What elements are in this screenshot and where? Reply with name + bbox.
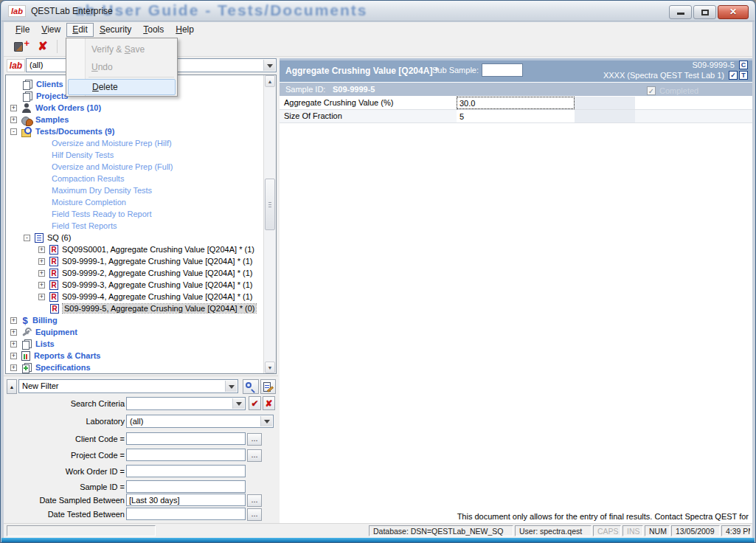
completed-label: Completed: [659, 84, 698, 97]
minimize-button[interactable]: [669, 5, 692, 19]
laboratory-filter-combobox[interactable]: (all): [126, 415, 274, 428]
tree-item-oversize-hilf[interactable]: Oversize and Moisture Prep (Hilf): [6, 137, 172, 149]
maximize-icon: [701, 10, 709, 15]
tree-item-s09-9999-3[interactable]: +RS09-9999-3, Aggregate Crushing Value […: [6, 279, 252, 291]
menu-security[interactable]: Security: [94, 23, 137, 37]
c-badge[interactable]: C: [739, 60, 748, 69]
expand-toggle[interactable]: +: [10, 364, 17, 371]
expand-toggle[interactable]: +: [38, 270, 45, 277]
menu-edit[interactable]: Edit: [66, 23, 94, 37]
tree-item-field-test-reports[interactable]: Field Test Reports: [6, 220, 117, 232]
tree-item-reports-charts[interactable]: +Reports & Charts: [6, 350, 100, 362]
navigation-tree[interactable]: Clients Projects +Work Orders (10) +Samp…: [5, 75, 277, 374]
expand-toggle[interactable]: +: [38, 294, 45, 300]
menu-file[interactable]: File: [10, 23, 35, 37]
filter-collapse-button[interactable]: ▲: [7, 379, 17, 394]
tree-item-field-tests-ready[interactable]: Field Tests Ready to Report: [6, 208, 152, 220]
crushing-value-input[interactable]: [457, 97, 575, 109]
date-sampled-input[interactable]: [126, 494, 246, 506]
tree-item-compaction-results[interactable]: Compaction Results: [6, 173, 124, 184]
tree-item-s09-9999-2[interactable]: +RS09-9999-2, Aggregate Crushing Value […: [6, 267, 252, 279]
size-of-fraction-input[interactable]: [457, 110, 575, 122]
status-num: NUM: [645, 525, 670, 536]
menu-tools[interactable]: Tools: [137, 23, 170, 37]
combo-dropdown-button[interactable]: [232, 398, 244, 409]
delete-button[interactable]: ✘: [33, 39, 52, 55]
expand-toggle[interactable]: +: [10, 353, 17, 359]
search-icon: [246, 382, 252, 388]
t-badge[interactable]: T: [739, 71, 748, 80]
project-code-browse-button[interactable]: ...: [247, 449, 262, 462]
menu-view[interactable]: View: [35, 23, 66, 37]
title-bar[interactable]: ab User Guide - Tests/Documents lab QEST…: [1, 1, 755, 21]
expand-toggle[interactable]: +: [10, 117, 17, 123]
new-document-button[interactable]: +: [11, 39, 30, 55]
completed-checkbox[interactable]: ✓: [647, 86, 656, 95]
menu-item-verify-save[interactable]: Verify & Save: [68, 41, 176, 58]
scrollbar-thumb[interactable]: [265, 179, 275, 230]
scroll-down-button[interactable]: ▼: [265, 362, 275, 373]
client-code-input[interactable]: [126, 432, 246, 445]
expand-toggle[interactable]: -: [24, 235, 30, 241]
tree-item-specifications[interactable]: +Specifications: [6, 362, 91, 373]
close-button[interactable]: ✕: [718, 5, 749, 19]
tree-item-hilf-density[interactable]: Hilf Density Tests: [6, 149, 114, 161]
expand-toggle[interactable]: +: [10, 317, 17, 324]
run-filter-button[interactable]: [243, 379, 259, 394]
tree-item-clients[interactable]: Clients: [6, 78, 63, 90]
tree-item-s09-9999-5[interactable]: RS09-9999-5, Aggregate Crushing Value [Q…: [6, 302, 256, 314]
completed-field: ✓ Completed: [647, 84, 698, 97]
combo-dropdown-button[interactable]: [260, 416, 272, 426]
search-criteria-combobox[interactable]: [126, 397, 246, 410]
date-sampled-browse-button[interactable]: ...: [247, 494, 262, 507]
apply-criteria-button[interactable]: ✔: [249, 396, 261, 410]
tree-item-sq[interactable]: -SQ (6): [6, 232, 71, 243]
tree-item-projects[interactable]: Projects: [6, 90, 68, 102]
tree-item-max-dry-density[interactable]: Maximum Dry Density Tests: [6, 184, 152, 196]
tree-item-billing[interactable]: +$Billing: [6, 314, 58, 326]
expand-toggle[interactable]: +: [10, 329, 17, 336]
maximize-button[interactable]: [693, 5, 716, 19]
edit-filter-button[interactable]: [260, 379, 276, 394]
date-tested-browse-button[interactable]: ...: [247, 508, 262, 521]
project-code-input[interactable]: [126, 449, 246, 461]
tree-item-samples[interactable]: +Samples: [6, 114, 69, 125]
tree-item-s09-9999-4[interactable]: +RS09-9999-4, Aggregate Crushing Value […: [6, 291, 252, 302]
menu-item-delete[interactable]: Delete: [68, 79, 176, 95]
sample-id-input[interactable]: [126, 480, 246, 493]
expand-toggle[interactable]: +: [10, 341, 17, 347]
combo-dropdown-button[interactable]: [263, 60, 275, 71]
clear-criteria-button[interactable]: ✘: [263, 396, 275, 410]
menu-item-undo[interactable]: Undo: [68, 59, 176, 75]
tree-item-moisture-completion[interactable]: Moisture Completion: [6, 196, 126, 208]
background-window-watermark: ab User Guide - Tests/Documents: [75, 1, 459, 19]
client-code-label: Client Code =: [7, 435, 125, 443]
sub-sample-input[interactable]: [482, 63, 523, 77]
status-time: 4:39 PM: [721, 525, 751, 536]
expand-toggle[interactable]: -: [10, 128, 17, 135]
filter-name-combobox[interactable]: New Filter: [18, 379, 238, 393]
sample-id-bar-label: Sample ID:: [285, 83, 325, 96]
date-tested-input[interactable]: [126, 508, 246, 520]
date-tested-label: Date Tested Between: [7, 510, 125, 519]
menu-help[interactable]: Help: [170, 23, 200, 37]
tree-item-s09-9999-1[interactable]: +RS09-9999-1, Aggregate Crushing Value […: [6, 255, 252, 267]
lab-checkbox[interactable]: ✓: [729, 71, 738, 80]
expand-toggle[interactable]: +: [38, 246, 45, 253]
tree-item-sq09s0001[interactable]: +RSQ09S0001, Aggregate Crushing Value [Q…: [6, 243, 254, 255]
client-area: File View Edit Security Tools Help + ✘ V…: [4, 22, 752, 538]
expand-toggle[interactable]: +: [38, 258, 45, 265]
tree-item-lists[interactable]: +Lists: [6, 338, 55, 350]
sample-id-bar: Sample ID: S09-9999-5 ✓ Completed: [280, 83, 752, 96]
tree-item-work-orders[interactable]: +Work Orders (10): [6, 102, 101, 114]
tree-scrollbar[interactable]: ▲ ▼: [263, 75, 276, 373]
tree-item-equipment[interactable]: +Equipment: [6, 326, 77, 338]
client-code-browse-button[interactable]: ...: [247, 433, 262, 446]
expand-toggle[interactable]: +: [38, 282, 45, 288]
tree-item-oversize-full[interactable]: Oversize and Moisture Prep (Full): [6, 161, 173, 173]
expand-toggle[interactable]: +: [10, 105, 17, 111]
combo-dropdown-button[interactable]: [225, 381, 237, 392]
tree-item-tests-documents[interactable]: -Tests/Documents (9): [6, 125, 114, 137]
work-order-input[interactable]: [126, 465, 246, 477]
scroll-up-button[interactable]: ▲: [265, 75, 275, 87]
